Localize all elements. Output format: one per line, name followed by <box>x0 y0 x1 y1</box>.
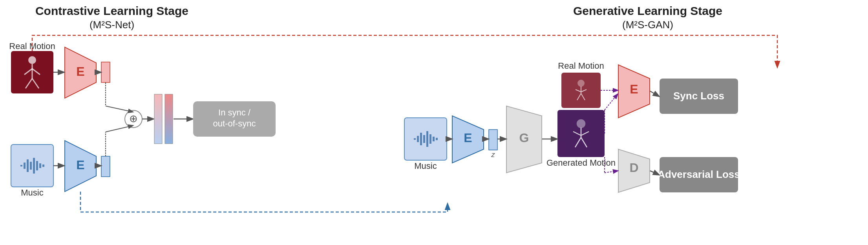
svg-rect-14 <box>42 165 44 167</box>
mid-encoder-label: E <box>464 131 472 145</box>
svg-rect-32 <box>429 134 431 144</box>
svg-text:⊕: ⊕ <box>129 113 138 124</box>
music-image-left <box>11 144 53 187</box>
red-feature-bar <box>101 62 110 82</box>
svg-rect-27 <box>414 138 416 140</box>
left-encoder-label: E <box>76 64 84 79</box>
svg-line-22 <box>106 126 133 132</box>
combined-bar-2 <box>165 94 173 144</box>
svg-rect-29 <box>420 133 422 145</box>
discriminator-label: D <box>629 161 638 175</box>
blue-feedback-arrow <box>80 192 448 212</box>
gen-to-disc-arrow-h <box>605 171 618 173</box>
sync-loss-label: Sync Loss <box>673 90 724 102</box>
svg-rect-31 <box>426 131 428 147</box>
svg-text:In sync /: In sync / <box>218 108 251 117</box>
architecture-diagram: Contrastive Learning Stage (M²S-Net) Gen… <box>0 0 868 245</box>
red-feedback-arrow <box>32 35 777 67</box>
svg-rect-7 <box>20 165 22 166</box>
svg-point-44 <box>578 80 584 86</box>
combined-bar-1 <box>154 94 162 144</box>
svg-line-20 <box>106 106 133 112</box>
svg-rect-34 <box>436 138 438 140</box>
svg-rect-9 <box>27 159 29 172</box>
svg-rect-33 <box>433 137 435 141</box>
svg-text:out-of-sync: out-of-sync <box>213 119 256 128</box>
svg-rect-12 <box>36 161 38 170</box>
contrastive-title: Contrastive Learning Stage <box>35 4 188 17</box>
generated-motion-label: Generated Motion <box>546 158 616 168</box>
svg-rect-13 <box>39 163 41 168</box>
svg-point-0 <box>28 56 36 64</box>
contrastive-subtitle: (M²S-Net) <box>90 19 134 31</box>
svg-line-51 <box>650 91 659 96</box>
svg-point-38 <box>577 120 585 128</box>
music-label-mid: Music <box>414 161 437 171</box>
music-encoder-label: E <box>76 158 84 172</box>
blue-feature-bar <box>101 156 110 177</box>
real-motion-label-right: Real Motion <box>558 61 604 71</box>
gen-to-enc-arrow-h <box>605 94 618 110</box>
music-label-left: Music <box>21 188 43 197</box>
generator-label: G <box>519 131 529 145</box>
mid-feature-bar <box>489 130 497 150</box>
svg-rect-11 <box>33 158 35 174</box>
svg-rect-28 <box>417 136 419 142</box>
svg-rect-10 <box>30 162 32 170</box>
z-label: z <box>491 151 495 159</box>
right-encoder-label: E <box>630 82 638 96</box>
adversarial-loss-label: Adversarial Loss <box>658 168 740 180</box>
svg-rect-30 <box>423 135 425 143</box>
generative-title: Generative Learning Stage <box>573 4 722 17</box>
generative-subtitle: (M²S-GAN) <box>622 19 673 31</box>
music-image-mid <box>404 118 447 160</box>
svg-rect-8 <box>24 163 26 169</box>
